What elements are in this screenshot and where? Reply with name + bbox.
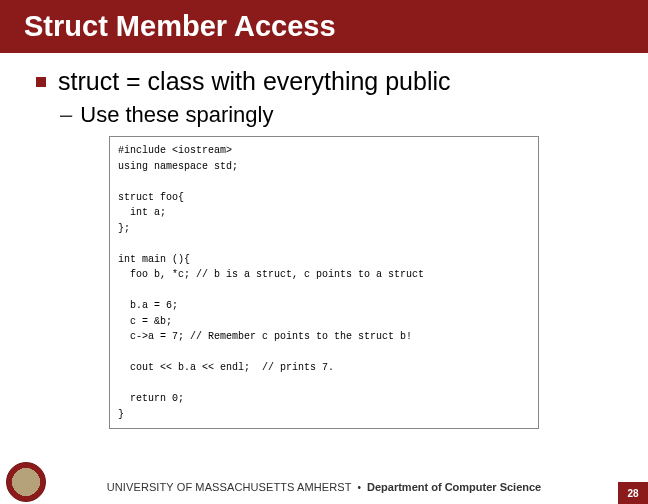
- footer-text: UNIVERSITY OF MASSACHUSETTS AMHERST • De…: [107, 481, 541, 495]
- footer-department: Department of Computer Science: [367, 481, 541, 493]
- code-line: cout << b.a << endl; // prints 7.: [118, 362, 334, 373]
- code-line: struct foo{: [118, 192, 184, 203]
- footer-university: UNIVERSITY OF MASSACHUSETTS AMHERST: [107, 481, 352, 493]
- code-line: };: [118, 223, 130, 234]
- square-bullet-icon: [36, 77, 46, 87]
- title-bar: Struct Member Access: [0, 0, 648, 53]
- bullet-sub: – Use these sparingly: [60, 102, 612, 128]
- code-line: foo b, *c; // b is a struct, c points to…: [118, 269, 424, 280]
- footer-separator: •: [358, 482, 362, 493]
- code-line: c->a = 7; // Remember c points to the st…: [118, 331, 412, 342]
- code-line: using namespace std;: [118, 161, 238, 172]
- page-number: 28: [618, 482, 648, 504]
- footer: UNIVERSITY OF MASSACHUSETTS AMHERST • De…: [0, 472, 648, 504]
- code-line: return 0;: [118, 393, 184, 404]
- code-line: c = &b;: [118, 316, 172, 327]
- slide-title: Struct Member Access: [24, 10, 336, 42]
- code-line: int a;: [118, 207, 166, 218]
- code-line: int main (){: [118, 254, 190, 265]
- code-block: #include <iostream> using namespace std;…: [109, 136, 539, 429]
- code-line: b.a = 6;: [118, 300, 178, 311]
- code-line: }: [118, 409, 124, 420]
- university-seal-icon: [6, 462, 46, 502]
- content-area: struct = class with everything public – …: [0, 53, 648, 429]
- dash-icon: –: [60, 102, 72, 128]
- bullet-main-text: struct = class with everything public: [58, 67, 451, 96]
- bullet-sub-text: Use these sparingly: [80, 102, 273, 128]
- bullet-main: struct = class with everything public: [36, 67, 612, 96]
- code-line: #include <iostream>: [118, 145, 232, 156]
